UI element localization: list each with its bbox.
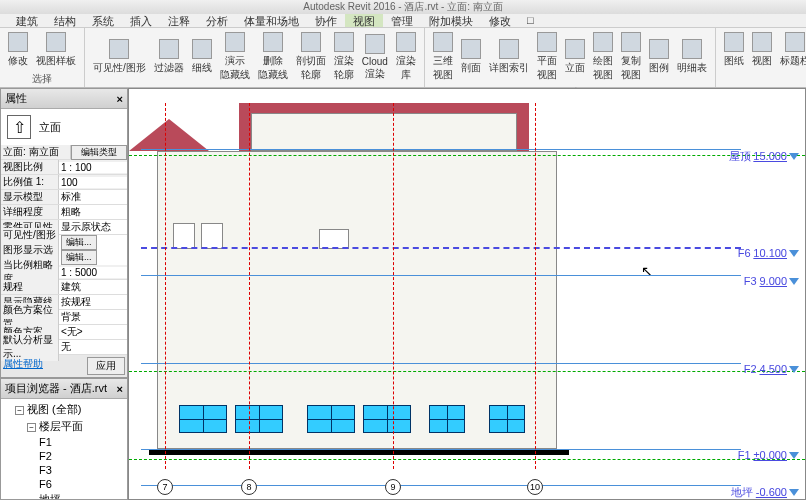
grid-bubble[interactable]: 8 <box>241 479 257 495</box>
edit-type-button[interactable]: 编辑类型 <box>71 145 127 160</box>
close-icon[interactable]: × <box>117 383 123 395</box>
ribbon-icon <box>46 32 66 52</box>
ribbon-button[interactable]: 过滤器 <box>150 30 188 84</box>
ribbon-button[interactable]: 可见性/图形 <box>89 30 150 84</box>
ribbon-button[interactable]: Cloud渲染 <box>358 30 392 84</box>
ribbon-button[interactable]: 剖面 <box>457 30 485 84</box>
grid-line[interactable] <box>165 103 166 469</box>
ribbon-button[interactable]: 复制视图 <box>617 30 645 84</box>
ribbon-button[interactable]: 三维视图 <box>429 30 457 84</box>
ribbon-button[interactable]: 明细表 <box>673 30 711 84</box>
ribbon-button[interactable]: 标题栏 <box>776 30 806 70</box>
tree-node[interactable]: F3 <box>3 463 125 477</box>
edit-button[interactable]: 编辑... <box>61 235 97 250</box>
ribbon-button[interactable]: 平面视图 <box>533 30 561 84</box>
grid-line[interactable] <box>535 103 536 469</box>
menu-item[interactable]: 建筑 <box>8 14 46 27</box>
grid-bubble[interactable]: 10 <box>527 479 543 495</box>
ribbon-button[interactable]: 细线 <box>188 30 216 84</box>
property-row[interactable]: 视图比例1 : 100 <box>1 160 127 175</box>
tree-node[interactable]: 地坪 <box>3 491 125 500</box>
ribbon-button[interactable]: 详图索引 <box>485 30 533 84</box>
level-marker[interactable]: F3 9.000 <box>744 275 799 287</box>
menu-item[interactable]: 视图 <box>345 14 383 27</box>
roof-slope <box>129 119 209 151</box>
type-selector[interactable]: ⇧ 立面 <box>1 109 127 145</box>
ribbon-icon <box>263 32 283 52</box>
property-row[interactable]: 规程建筑 <box>1 280 127 295</box>
ribbon-button[interactable]: 视图样板 <box>32 30 80 70</box>
menu-item[interactable]: 管理 <box>383 14 421 27</box>
menu-item[interactable]: 附加模块 <box>421 14 481 27</box>
menu-item[interactable]: 协作 <box>307 14 345 27</box>
ribbon-button[interactable]: 渲染库 <box>392 30 420 84</box>
expand-icon[interactable]: − <box>15 406 24 415</box>
property-row[interactable]: 详细程度粗略 <box>1 205 127 220</box>
window <box>179 405 227 433</box>
ribbon-button[interactable]: 图纸 <box>720 30 748 70</box>
level-marker[interactable]: F6 10.100 <box>738 247 799 259</box>
ribbon-button[interactable]: 视图 <box>748 30 776 70</box>
property-row[interactable]: 默认分析显示...无 <box>1 340 127 355</box>
grid-line[interactable] <box>393 103 394 469</box>
ribbon-icon <box>192 39 212 59</box>
menu-item[interactable]: □ <box>519 14 542 27</box>
ribbon-button[interactable]: 立面 <box>561 30 589 84</box>
ribbon-icon <box>301 32 321 52</box>
properties-help-link[interactable]: 属性帮助 <box>3 357 87 375</box>
property-row[interactable]: 显示模型标准 <box>1 190 127 205</box>
window <box>363 405 411 433</box>
menu-item[interactable]: 结构 <box>46 14 84 27</box>
menu-bar: 建筑结构系统插入注释分析体量和场地协作视图管理附加模块修改□ <box>0 14 806 28</box>
tree-node[interactable]: −视图 (全部) <box>3 401 125 418</box>
close-icon[interactable]: × <box>117 93 123 105</box>
expand-icon[interactable]: − <box>27 423 36 432</box>
ribbon-button[interactable]: 图例 <box>645 30 673 84</box>
menu-item[interactable]: 修改 <box>481 14 519 27</box>
tree-node[interactable]: −楼层平面 <box>3 418 125 435</box>
ribbon-icon <box>499 39 519 59</box>
menu-item[interactable]: 插入 <box>122 14 160 27</box>
properties-title: 属性 <box>5 91 27 106</box>
ribbon-icon <box>724 32 744 52</box>
ribbon-button[interactable]: 渲染轮廓 <box>330 30 358 84</box>
ribbon-button[interactable]: 修改 <box>4 30 32 70</box>
elevation-icon: ⇧ <box>7 115 31 139</box>
grid-bubble[interactable]: 9 <box>385 479 401 495</box>
grid-bubble[interactable]: 7 <box>157 479 173 495</box>
window <box>489 405 525 433</box>
edit-button[interactable]: 编辑... <box>61 250 97 265</box>
tree-node[interactable]: F1 <box>3 435 125 449</box>
menu-item[interactable]: 分析 <box>198 14 236 27</box>
ribbon-icon <box>537 32 557 52</box>
property-row[interactable]: 颜色方案位置背景 <box>1 310 127 325</box>
menu-item[interactable]: 系统 <box>84 14 122 27</box>
drawing-canvas[interactable]: ↖ 屋顶 15.000F6 10.100F3 9.000F2 4.500F1 ±… <box>128 88 806 500</box>
window <box>429 405 465 433</box>
instance-selector[interactable]: 立面: 南立面 <box>1 145 71 159</box>
ribbon-button[interactable]: 演示隐藏线 <box>216 30 254 84</box>
roof <box>517 113 529 151</box>
ribbon-button[interactable]: 剖切面轮廓 <box>292 30 330 84</box>
level-marker[interactable]: 地坪 -0.600 <box>731 485 799 500</box>
property-row[interactable]: 当比例粗略度...1 : 5000 <box>1 265 127 280</box>
section-line <box>129 459 805 460</box>
ribbon-icon <box>225 32 245 52</box>
grid-line[interactable] <box>249 103 250 469</box>
level-marker[interactable]: 屋顶 15.000 <box>729 149 799 164</box>
properties-header: 属性 × <box>1 89 127 109</box>
ribbon-icon <box>396 32 416 52</box>
ribbon-button[interactable]: 删除隐藏线 <box>254 30 292 84</box>
apply-button[interactable]: 应用 <box>87 357 125 375</box>
tree-node[interactable]: F2 <box>3 449 125 463</box>
window <box>235 405 283 433</box>
ribbon-icon <box>565 39 585 59</box>
level-marker[interactable]: F1 ±0.000 <box>738 449 799 461</box>
ribbon-button[interactable]: 绘图视图 <box>589 30 617 84</box>
menu-item[interactable]: 注释 <box>160 14 198 27</box>
menu-item[interactable]: 体量和场地 <box>236 14 307 27</box>
property-row[interactable]: 比例值 1:100 <box>1 175 127 190</box>
level-marker[interactable]: F2 4.500 <box>744 363 799 375</box>
tree-node[interactable]: F6 <box>3 477 125 491</box>
ribbon-icon <box>461 39 481 59</box>
